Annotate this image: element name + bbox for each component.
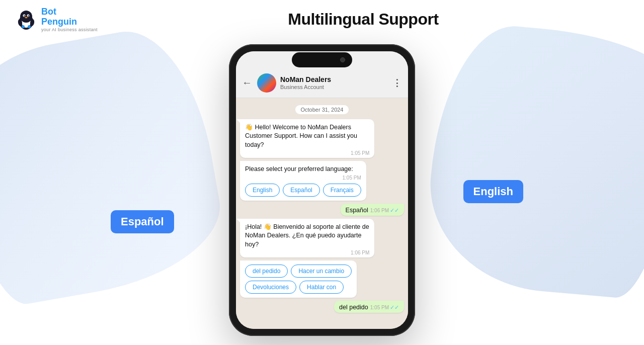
msg-outgoing-espanol: Español 1:06 PM ✓✓ bbox=[341, 204, 404, 216]
spanish-btn-row2: Devoluciones Hablar con bbox=[245, 281, 352, 294]
date-badge: October 31, 2024 bbox=[295, 105, 348, 114]
lang-btn-espanol[interactable]: Español bbox=[283, 184, 319, 197]
chat-messages: October 31, 2024 👋 Hello! Welcome to NoM… bbox=[236, 98, 408, 329]
btn-del-pedido[interactable]: del pedido bbox=[245, 265, 288, 278]
msg-out-time: 1:06 PM bbox=[370, 208, 389, 213]
lang-btn-english[interactable]: English bbox=[245, 184, 280, 197]
logo-text: BotPenguin your AI business assistant bbox=[41, 7, 98, 32]
msg-pedido-time: 1:05 PM bbox=[370, 305, 389, 310]
avatar bbox=[257, 73, 276, 93]
msg-spanish-welcome: ¡Hola! 👋 Bienvenido al soporte al client… bbox=[240, 219, 374, 258]
msg-outgoing-pedido: del pedido 1:05 PM ✓✓ bbox=[334, 301, 404, 313]
msg-outgoing-meta: 1:06 PM ✓✓ bbox=[370, 207, 399, 214]
lang-buttons: English Español Français bbox=[245, 184, 361, 197]
btn-devoluciones[interactable]: Devoluciones bbox=[245, 281, 296, 294]
svg-point-2 bbox=[20, 11, 32, 23]
page-title: Multilingual Support bbox=[98, 10, 629, 29]
float-badge-espanol: Español bbox=[111, 210, 174, 233]
svg-point-7 bbox=[25, 17, 28, 18]
phone-screen: ← NoMan Dealers Business Account ⋮ Octob… bbox=[236, 51, 408, 329]
msg-spanish-options: del pedido Hacer un cambio Devoluciones … bbox=[240, 261, 357, 298]
btn-hacer-cambio[interactable]: Hacer un cambio bbox=[291, 265, 352, 278]
phone-notch bbox=[292, 52, 352, 67]
lang-btn-francais[interactable]: Français bbox=[323, 184, 361, 197]
phone-mockup: ← NoMan Dealers Business Account ⋮ Octob… bbox=[229, 44, 415, 336]
msg-lang-time: 1:05 PM bbox=[245, 175, 361, 181]
msg-welcome-time: 1:05 PM bbox=[245, 150, 369, 156]
back-icon[interactable]: ← bbox=[242, 77, 252, 89]
msg-pedido-meta: 1:05 PM ✓✓ bbox=[370, 304, 399, 311]
msg-tick: ✓✓ bbox=[390, 207, 399, 214]
chat-menu-icon[interactable]: ⋮ bbox=[392, 77, 402, 89]
float-badge-english: English bbox=[463, 180, 523, 203]
msg-spanish-text: ¡Hola! 👋 Bienvenido al soporte al client… bbox=[245, 223, 369, 249]
chat-status: Business Account bbox=[280, 84, 388, 90]
svg-point-10 bbox=[22, 25, 25, 28]
msg-outgoing-text: Español bbox=[346, 207, 368, 214]
msg-pedido-text: del pedido bbox=[339, 304, 368, 311]
svg-point-6 bbox=[28, 15, 29, 16]
logo: BotPenguin your AI business assistant bbox=[15, 7, 98, 32]
logo-title: BotPenguin bbox=[41, 7, 98, 27]
msg-welcome-text: 👋 Hello! Welcome to NoMan Dealers Custom… bbox=[245, 123, 369, 150]
btn-hablar[interactable]: Hablar con bbox=[299, 281, 344, 294]
spanish-btn-row1: del pedido Hacer un cambio bbox=[245, 265, 352, 278]
main-content: English Español ← NoMan Dealers Business… bbox=[0, 39, 644, 336]
chat-name: NoMan Dealers bbox=[280, 75, 388, 84]
avatar-inner bbox=[257, 73, 276, 93]
header: BotPenguin your AI business assistant Mu… bbox=[0, 0, 644, 39]
msg-pedido-tick: ✓✓ bbox=[390, 304, 399, 311]
msg-welcome: 👋 Hello! Welcome to NoMan Dealers Custom… bbox=[240, 119, 374, 158]
svg-point-5 bbox=[24, 15, 25, 16]
msg-spanish-time: 1:06 PM bbox=[245, 250, 369, 255]
svg-point-11 bbox=[28, 25, 31, 28]
logo-icon bbox=[15, 9, 37, 31]
chat-info: NoMan Dealers Business Account bbox=[280, 75, 388, 90]
msg-lang-select: Please select your preferred language: 1… bbox=[240, 161, 366, 201]
logo-subtitle: your AI business assistant bbox=[41, 27, 98, 32]
phone-camera bbox=[340, 57, 345, 62]
msg-lang-text: Please select your preferred language: bbox=[245, 165, 361, 174]
